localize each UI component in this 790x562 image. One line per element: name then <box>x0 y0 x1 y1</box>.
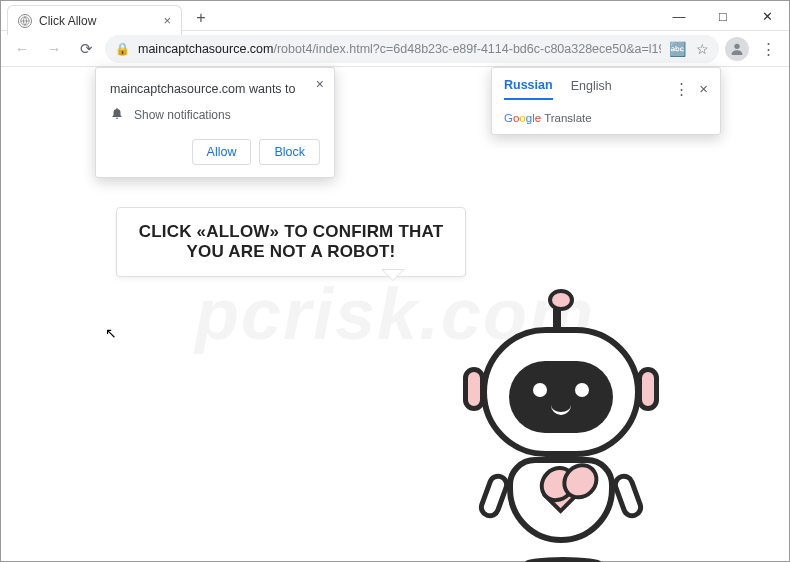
page-content: pcrisk.com × maincaptchasource.com wants… <box>1 67 789 561</box>
translate-tab-english[interactable]: English <box>571 79 612 99</box>
toolbar: ← → ⟳ 🔒 maincaptchasource.com/robot4/ind… <box>1 31 789 67</box>
bookmark-icon[interactable]: ☆ <box>696 41 709 57</box>
close-icon[interactable]: × <box>316 76 324 92</box>
permission-line: Show notifications <box>110 106 320 123</box>
robot-illustration <box>421 297 701 562</box>
notification-permission-prompt: × maincaptchasource.com wants to Show no… <box>95 67 335 178</box>
cursor-icon: ↖ <box>105 325 117 341</box>
permission-site-text: maincaptchasource.com wants to <box>110 82 320 96</box>
back-button[interactable]: ← <box>9 36 35 62</box>
svg-point-1 <box>734 43 739 48</box>
block-button[interactable]: Block <box>259 139 320 165</box>
globe-icon <box>18 14 32 28</box>
address-bar[interactable]: 🔒 maincaptchasource.com/robot4/index.htm… <box>105 35 719 63</box>
translate-tab-russian[interactable]: Russian <box>504 78 553 100</box>
lock-icon: 🔒 <box>115 42 130 56</box>
profile-avatar[interactable] <box>725 37 749 61</box>
translate-label: Google Google TranslateTranslate <box>504 112 708 124</box>
reload-button[interactable]: ⟳ <box>73 36 99 62</box>
permission-description: Show notifications <box>134 108 231 122</box>
window-close-button[interactable]: ✕ <box>745 1 789 31</box>
allow-button[interactable]: Allow <box>192 139 252 165</box>
headline: CLICK «ALLOW» TO CONFIRM THAT YOU ARE NO… <box>133 222 449 262</box>
translate-popup: Russian English ⋮ × Google Google Transl… <box>491 67 721 135</box>
window-controls: — □ ✕ <box>657 1 789 31</box>
kebab-icon[interactable]: ⋮ <box>674 80 689 98</box>
browser-window: Click Allow × + — □ ✕ ← → ⟳ 🔒 maincaptch… <box>0 0 790 562</box>
titlebar: Click Allow × + — □ ✕ <box>1 1 789 31</box>
new-tab-button[interactable]: + <box>188 5 214 31</box>
minimize-button[interactable]: — <box>657 1 701 31</box>
close-icon[interactable]: × <box>699 80 708 98</box>
speech-bubble: CLICK «ALLOW» TO CONFIRM THAT YOU ARE NO… <box>116 207 466 277</box>
menu-button[interactable]: ⋮ <box>755 36 781 62</box>
tab-close-icon[interactable]: × <box>163 13 171 28</box>
bell-icon <box>110 106 124 123</box>
url-text: maincaptchasource.com/robot4/index.html?… <box>138 42 661 56</box>
tab-title: Click Allow <box>39 14 156 28</box>
forward-button[interactable]: → <box>41 36 67 62</box>
translate-icon[interactable]: 🔤 <box>669 41 686 57</box>
maximize-button[interactable]: □ <box>701 1 745 31</box>
